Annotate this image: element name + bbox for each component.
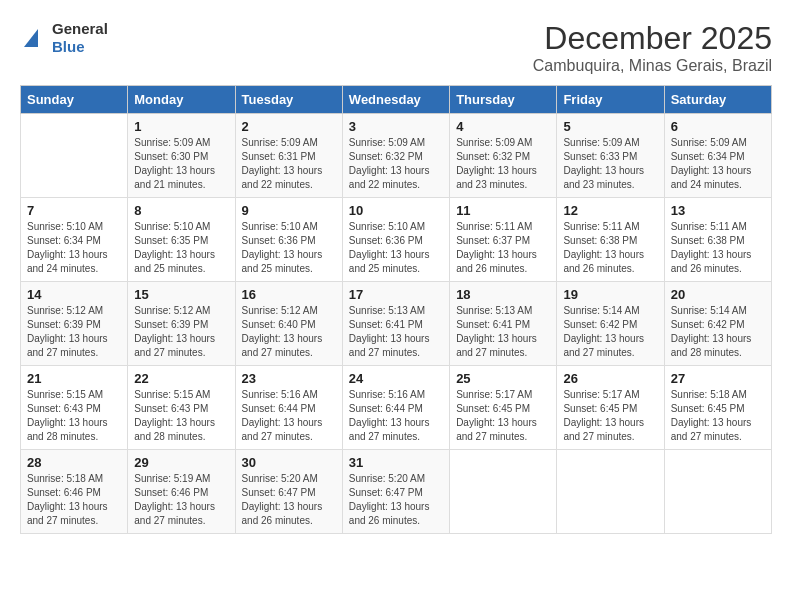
- column-header-wednesday: Wednesday: [342, 86, 449, 114]
- day-cell: 11Sunrise: 5:11 AM Sunset: 6:37 PM Dayli…: [450, 198, 557, 282]
- column-header-sunday: Sunday: [21, 86, 128, 114]
- day-number: 23: [242, 371, 336, 386]
- day-info: Sunrise: 5:09 AM Sunset: 6:32 PM Dayligh…: [349, 136, 443, 192]
- day-number: 28: [27, 455, 121, 470]
- day-info: Sunrise: 5:18 AM Sunset: 6:46 PM Dayligh…: [27, 472, 121, 528]
- day-info: Sunrise: 5:12 AM Sunset: 6:39 PM Dayligh…: [134, 304, 228, 360]
- column-header-saturday: Saturday: [664, 86, 771, 114]
- day-cell: 19Sunrise: 5:14 AM Sunset: 6:42 PM Dayli…: [557, 282, 664, 366]
- day-cell: [664, 450, 771, 534]
- day-cell: 22Sunrise: 5:15 AM Sunset: 6:43 PM Dayli…: [128, 366, 235, 450]
- day-info: Sunrise: 5:16 AM Sunset: 6:44 PM Dayligh…: [242, 388, 336, 444]
- day-cell: 23Sunrise: 5:16 AM Sunset: 6:44 PM Dayli…: [235, 366, 342, 450]
- day-number: 25: [456, 371, 550, 386]
- day-number: 11: [456, 203, 550, 218]
- day-cell: 1Sunrise: 5:09 AM Sunset: 6:30 PM Daylig…: [128, 114, 235, 198]
- day-info: Sunrise: 5:11 AM Sunset: 6:37 PM Dayligh…: [456, 220, 550, 276]
- day-cell: 7Sunrise: 5:10 AM Sunset: 6:34 PM Daylig…: [21, 198, 128, 282]
- day-info: Sunrise: 5:12 AM Sunset: 6:40 PM Dayligh…: [242, 304, 336, 360]
- day-cell: [21, 114, 128, 198]
- column-header-friday: Friday: [557, 86, 664, 114]
- day-number: 5: [563, 119, 657, 134]
- day-cell: 14Sunrise: 5:12 AM Sunset: 6:39 PM Dayli…: [21, 282, 128, 366]
- day-number: 29: [134, 455, 228, 470]
- logo-icon: [20, 27, 48, 49]
- day-info: Sunrise: 5:16 AM Sunset: 6:44 PM Dayligh…: [349, 388, 443, 444]
- day-number: 2: [242, 119, 336, 134]
- day-cell: 16Sunrise: 5:12 AM Sunset: 6:40 PM Dayli…: [235, 282, 342, 366]
- day-number: 4: [456, 119, 550, 134]
- week-row-3: 14Sunrise: 5:12 AM Sunset: 6:39 PM Dayli…: [21, 282, 772, 366]
- day-number: 10: [349, 203, 443, 218]
- week-row-4: 21Sunrise: 5:15 AM Sunset: 6:43 PM Dayli…: [21, 366, 772, 450]
- day-info: Sunrise: 5:09 AM Sunset: 6:31 PM Dayligh…: [242, 136, 336, 192]
- day-cell: 4Sunrise: 5:09 AM Sunset: 6:32 PM Daylig…: [450, 114, 557, 198]
- day-cell: 20Sunrise: 5:14 AM Sunset: 6:42 PM Dayli…: [664, 282, 771, 366]
- day-cell: 6Sunrise: 5:09 AM Sunset: 6:34 PM Daylig…: [664, 114, 771, 198]
- day-cell: 26Sunrise: 5:17 AM Sunset: 6:45 PM Dayli…: [557, 366, 664, 450]
- day-info: Sunrise: 5:19 AM Sunset: 6:46 PM Dayligh…: [134, 472, 228, 528]
- day-cell: [557, 450, 664, 534]
- day-cell: 9Sunrise: 5:10 AM Sunset: 6:36 PM Daylig…: [235, 198, 342, 282]
- day-info: Sunrise: 5:14 AM Sunset: 6:42 PM Dayligh…: [563, 304, 657, 360]
- day-cell: 18Sunrise: 5:13 AM Sunset: 6:41 PM Dayli…: [450, 282, 557, 366]
- calendar-header-row: SundayMondayTuesdayWednesdayThursdayFrid…: [21, 86, 772, 114]
- day-info: Sunrise: 5:15 AM Sunset: 6:43 PM Dayligh…: [27, 388, 121, 444]
- day-number: 26: [563, 371, 657, 386]
- day-number: 22: [134, 371, 228, 386]
- day-cell: 21Sunrise: 5:15 AM Sunset: 6:43 PM Dayli…: [21, 366, 128, 450]
- day-info: Sunrise: 5:10 AM Sunset: 6:35 PM Dayligh…: [134, 220, 228, 276]
- day-info: Sunrise: 5:20 AM Sunset: 6:47 PM Dayligh…: [242, 472, 336, 528]
- day-number: 18: [456, 287, 550, 302]
- day-number: 12: [563, 203, 657, 218]
- day-info: Sunrise: 5:10 AM Sunset: 6:34 PM Dayligh…: [27, 220, 121, 276]
- week-row-2: 7Sunrise: 5:10 AM Sunset: 6:34 PM Daylig…: [21, 198, 772, 282]
- day-cell: 24Sunrise: 5:16 AM Sunset: 6:44 PM Dayli…: [342, 366, 449, 450]
- day-number: 9: [242, 203, 336, 218]
- day-info: Sunrise: 5:13 AM Sunset: 6:41 PM Dayligh…: [456, 304, 550, 360]
- day-cell: 15Sunrise: 5:12 AM Sunset: 6:39 PM Dayli…: [128, 282, 235, 366]
- logo: General Blue: [20, 20, 108, 56]
- day-number: 27: [671, 371, 765, 386]
- month-title: December 2025: [533, 20, 772, 57]
- day-info: Sunrise: 5:12 AM Sunset: 6:39 PM Dayligh…: [27, 304, 121, 360]
- day-cell: 27Sunrise: 5:18 AM Sunset: 6:45 PM Dayli…: [664, 366, 771, 450]
- day-cell: 31Sunrise: 5:20 AM Sunset: 6:47 PM Dayli…: [342, 450, 449, 534]
- day-info: Sunrise: 5:10 AM Sunset: 6:36 PM Dayligh…: [349, 220, 443, 276]
- day-number: 30: [242, 455, 336, 470]
- day-info: Sunrise: 5:09 AM Sunset: 6:32 PM Dayligh…: [456, 136, 550, 192]
- day-info: Sunrise: 5:11 AM Sunset: 6:38 PM Dayligh…: [671, 220, 765, 276]
- day-info: Sunrise: 5:10 AM Sunset: 6:36 PM Dayligh…: [242, 220, 336, 276]
- day-number: 14: [27, 287, 121, 302]
- day-info: Sunrise: 5:17 AM Sunset: 6:45 PM Dayligh…: [563, 388, 657, 444]
- day-info: Sunrise: 5:09 AM Sunset: 6:30 PM Dayligh…: [134, 136, 228, 192]
- logo-general: General: [52, 20, 108, 37]
- day-cell: 28Sunrise: 5:18 AM Sunset: 6:46 PM Dayli…: [21, 450, 128, 534]
- day-number: 31: [349, 455, 443, 470]
- day-number: 19: [563, 287, 657, 302]
- column-header-thursday: Thursday: [450, 86, 557, 114]
- calendar-body: 1Sunrise: 5:09 AM Sunset: 6:30 PM Daylig…: [21, 114, 772, 534]
- location-title: Cambuquira, Minas Gerais, Brazil: [533, 57, 772, 75]
- day-cell: 17Sunrise: 5:13 AM Sunset: 6:41 PM Dayli…: [342, 282, 449, 366]
- calendar-table: SundayMondayTuesdayWednesdayThursdayFrid…: [20, 85, 772, 534]
- day-number: 15: [134, 287, 228, 302]
- day-cell: 30Sunrise: 5:20 AM Sunset: 6:47 PM Dayli…: [235, 450, 342, 534]
- day-cell: 10Sunrise: 5:10 AM Sunset: 6:36 PM Dayli…: [342, 198, 449, 282]
- day-number: 21: [27, 371, 121, 386]
- day-info: Sunrise: 5:09 AM Sunset: 6:34 PM Dayligh…: [671, 136, 765, 192]
- day-cell: 5Sunrise: 5:09 AM Sunset: 6:33 PM Daylig…: [557, 114, 664, 198]
- day-info: Sunrise: 5:18 AM Sunset: 6:45 PM Dayligh…: [671, 388, 765, 444]
- day-cell: 25Sunrise: 5:17 AM Sunset: 6:45 PM Dayli…: [450, 366, 557, 450]
- day-info: Sunrise: 5:13 AM Sunset: 6:41 PM Dayligh…: [349, 304, 443, 360]
- day-number: 13: [671, 203, 765, 218]
- day-info: Sunrise: 5:09 AM Sunset: 6:33 PM Dayligh…: [563, 136, 657, 192]
- day-number: 16: [242, 287, 336, 302]
- day-number: 17: [349, 287, 443, 302]
- day-cell: 12Sunrise: 5:11 AM Sunset: 6:38 PM Dayli…: [557, 198, 664, 282]
- day-cell: 2Sunrise: 5:09 AM Sunset: 6:31 PM Daylig…: [235, 114, 342, 198]
- day-info: Sunrise: 5:14 AM Sunset: 6:42 PM Dayligh…: [671, 304, 765, 360]
- day-number: 24: [349, 371, 443, 386]
- day-info: Sunrise: 5:17 AM Sunset: 6:45 PM Dayligh…: [456, 388, 550, 444]
- week-row-1: 1Sunrise: 5:09 AM Sunset: 6:30 PM Daylig…: [21, 114, 772, 198]
